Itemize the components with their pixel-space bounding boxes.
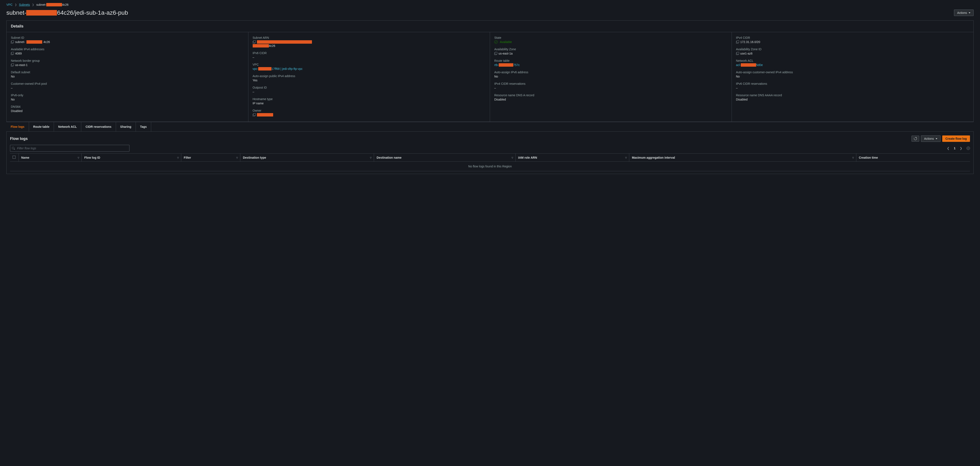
create-flow-log-button[interactable]: Create flow log [942,135,970,142]
vpc-suffix: 17ff68 | jedi-sftp-ftp-vpc [272,67,302,70]
tab-tags[interactable]: Tags [136,122,151,132]
label-outpost-id: Outpost ID [253,86,486,89]
sort-icon: ▽ [177,156,179,159]
nacl-suffix: 5d0e [756,63,763,67]
sort-icon: ▽ [512,156,513,159]
tab-flow-logs[interactable]: Flow logs [6,122,29,132]
sort-icon: ▽ [625,156,627,159]
copy-icon[interactable] [736,40,739,43]
label-state: State [494,36,727,40]
copy-icon[interactable] [11,52,14,55]
label-dns64: DNS64 [11,105,244,108]
title-mid-suffix: 64c26 [57,10,73,16]
value-dns64: Disabled [11,109,22,113]
label-ipv6-cidr: IPv6 CIDR [253,51,486,55]
copy-icon[interactable] [11,63,14,67]
prev-page-button[interactable]: ❮ [946,146,951,151]
caret-down-icon [935,138,937,139]
value-ipv4-cidr-res: – [494,86,496,90]
value-route-table-link[interactable]: rtb-757c [494,63,520,67]
col-filter[interactable]: Filter▽ [181,154,240,162]
copy-icon[interactable] [253,40,256,43]
label-nacl: Network ACL [736,59,969,62]
value-ipv4-cidr: 172.31.16.0/20 [740,40,760,44]
breadcrumb-vpc[interactable]: VPC [6,3,13,6]
label-ipv6-cidr-res: IPv6 CIDR reservations [736,82,969,86]
value-nbg: us-east-1 [15,63,27,67]
breadcrumb: VPC ❯ Subnets ❯ subnet-4c26 [0,0,980,7]
details-heading: Details [11,24,969,29]
flow-logs-filter-input[interactable] [10,145,129,152]
value-vpc-link[interactable]: vpc-17ff68 | jedi-sftp-ftp-vpc [253,67,302,70]
col-flow-log-id[interactable]: Flow log ID▽ [82,154,181,162]
empty-state: No flow logs found in this Region [10,162,970,171]
value-subnet-id-suffix: 4c26 [43,40,50,44]
value-dns-a: Disabled [494,98,506,101]
select-all-checkbox[interactable] [13,156,16,159]
title-name: jedi-sub-1a-az6-pub [75,10,128,16]
col-max-agg[interactable]: Maximum aggregation interval▽ [629,154,856,162]
label-ipv4-cidr: IPv4 CIDR [736,36,969,40]
actions-button[interactable]: Actions [954,10,974,16]
caret-down-icon [969,12,970,13]
tab-cidr-reservations[interactable]: CIDR reservations [81,122,116,132]
value-ipv6-cidr-res: – [736,86,738,90]
col-iam-role[interactable]: IAM role ARN▽ [515,154,629,162]
tab-network-acl[interactable]: Network ACL [54,122,81,132]
value-auto-ipv6: No [494,75,498,78]
value-co-ipv4-pool: – [11,86,13,90]
value-az: us-east-1a [498,52,512,55]
details-col-4: IPv4 CIDR 172.31.16.0/20 Availability Zo… [732,32,974,122]
sort-icon: ▽ [236,156,238,159]
settings-icon[interactable] [967,147,970,150]
value-ipv6-cidr: – [253,55,255,59]
pager: ❮ 1 ❯ [946,146,970,151]
copy-icon[interactable] [736,52,739,55]
tabs-bar: Flow logs Route table Network ACL CIDR r… [6,122,974,132]
label-avail-ipv4: Available IPv4 addresses [11,48,244,51]
value-default-subnet: No [11,75,15,78]
details-col-2: Subnet ARN 4c26 IPv6 CIDR – VPC [248,32,490,122]
value-auto-pub-ipv4: Yes [253,79,258,82]
refresh-button[interactable] [912,136,919,142]
label-az-id: Availability Zone ID [736,48,969,51]
copy-icon[interactable] [494,52,497,55]
value-dns-aaaa: Disabled [736,98,748,101]
details-panel: Details Subnet ID subnet-4c26 Available … [6,21,974,122]
chevron-right-icon: ❯ [15,3,17,6]
next-page-button[interactable]: ❯ [958,146,964,151]
details-col-3: State Available Availability Zone us-eas… [490,32,732,122]
breadcrumb-current: subnet-4c26 [36,3,68,6]
value-state: Available [500,40,512,44]
label-az: Availability Zone [494,48,727,51]
label-subnet-arn: Subnet ARN [253,36,486,40]
chevron-right-icon: ❯ [32,3,34,6]
rtb-prefix: rtb- [494,63,499,67]
search-icon [12,147,15,150]
refresh-icon [914,137,917,140]
flow-logs-heading: Flow logs [10,136,28,141]
tab-route-table[interactable]: Route table [29,122,54,132]
col-name[interactable]: Name▽ [19,154,82,162]
breadcrumb-subnets[interactable]: Subnets [19,3,30,6]
tab-sharing[interactable]: Sharing [116,122,136,132]
label-vpc: VPC [253,63,486,66]
details-col-1: Subnet ID subnet-4c26 Available IPv4 add… [6,32,248,122]
breadcrumb-current-suffix: 4c26 [62,3,68,6]
title-row: subnet-64c26 / jedi-sub-1a-az6-pub Actio… [0,7,980,21]
copy-icon[interactable] [11,40,14,43]
label-co-ipv4-pool: Customer-owned IPv4 pool [11,82,244,86]
status-available: Available [494,40,512,44]
sort-icon: ▽ [852,156,854,159]
col-dest-type[interactable]: Destination type▽ [240,154,374,162]
label-auto-ipv6: Auto-assign IPv6 address [494,70,727,74]
copy-icon[interactable] [253,113,256,116]
value-nacl-link[interactable]: acl-5d0e [736,63,763,67]
col-creation[interactable]: Creation time [856,154,970,162]
flow-logs-section: Flow logs Actions Create flow log ❮ 1 ❯ … [6,132,974,174]
col-dest-name[interactable]: Destination name▽ [374,154,515,162]
label-hostname-type: Hostname type [253,97,486,101]
flow-logs-actions-button[interactable]: Actions [921,135,940,142]
label-subnet-id: Subnet ID [11,36,244,40]
value-subnet-id-prefix: subnet- [15,40,25,44]
